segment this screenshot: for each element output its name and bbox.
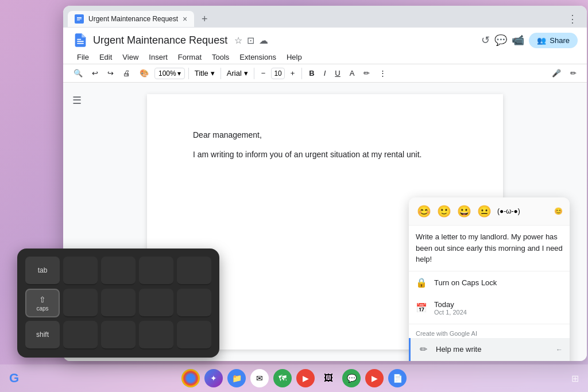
emoji-3[interactable]: 😀 bbox=[456, 203, 473, 219]
taskbar-gemini-icon[interactable]: ✦ bbox=[204, 369, 223, 387]
history-icon[interactable]: ↺ bbox=[481, 34, 490, 46]
key-e[interactable] bbox=[139, 257, 173, 285]
video-icon[interactable]: 📹 bbox=[512, 34, 524, 46]
bold-button[interactable]: B bbox=[305, 67, 318, 80]
caps-lock-icon: 🔒 bbox=[416, 277, 427, 289]
emoji-2[interactable]: 🙂 bbox=[436, 203, 452, 219]
tab-close-button[interactable]: × bbox=[183, 14, 187, 24]
underline-button[interactable]: U bbox=[331, 67, 343, 80]
menu-help[interactable]: Help bbox=[282, 51, 307, 64]
tab-key[interactable]: tab bbox=[25, 257, 60, 285]
taskbar-photos-icon[interactable]: 🖼 bbox=[319, 369, 338, 387]
taskbar: G ✦ 📁 ✉ 🗺 ▶ 🖼 💬 ▶ 📄 ⊞ bbox=[0, 364, 588, 392]
taskbar-youtube-icon[interactable]: ▶ bbox=[365, 369, 384, 387]
help-me-write-item[interactable]: ✏ Help me write ← bbox=[409, 338, 570, 361]
menu-format[interactable]: Format bbox=[173, 51, 206, 64]
increase-font-button[interactable]: + bbox=[287, 67, 299, 80]
italic-button[interactable]: I bbox=[320, 67, 330, 80]
browser-menu-button[interactable]: ⋮ bbox=[563, 10, 582, 28]
search-button[interactable]: 🔍 bbox=[70, 67, 86, 80]
print-button[interactable]: 🖨 bbox=[119, 67, 134, 80]
key-q[interactable] bbox=[63, 257, 98, 285]
redo-button[interactable]: ↪ bbox=[104, 67, 117, 80]
menu-edit[interactable]: Edit bbox=[95, 51, 117, 64]
caps-lock-key-icon: ⇧ bbox=[39, 295, 46, 304]
svg-rect-2 bbox=[77, 19, 82, 20]
font-value: Arial bbox=[227, 69, 242, 77]
menu-insert[interactable]: Insert bbox=[144, 51, 172, 64]
outline-icon[interactable]: ☰ bbox=[72, 94, 82, 107]
menu-file[interactable]: File bbox=[72, 51, 94, 64]
paint-format-button[interactable]: 🎨 bbox=[136, 67, 152, 80]
key-c[interactable] bbox=[139, 321, 173, 350]
ai-text-input[interactable]: Write a letter to my landlord. My power … bbox=[409, 226, 570, 271]
google-logo[interactable]: G bbox=[9, 371, 19, 386]
tab-bar-container: Urgent Maintenance Request × + ⋮ bbox=[63, 6, 587, 28]
key-x[interactable] bbox=[101, 321, 136, 350]
doc-paragraph-1[interactable]: Dear management, bbox=[193, 129, 457, 141]
dropdown-divider-1 bbox=[409, 324, 570, 324]
zoom-control[interactable]: 100% ▾ bbox=[154, 68, 185, 79]
shift-key[interactable]: shift bbox=[25, 321, 60, 350]
today-date: Oct 1, 2024 bbox=[434, 309, 563, 316]
voice-type-button[interactable]: 🎤 bbox=[548, 67, 564, 80]
format-toolbar: 🔍 ↩ ↪ 🖨 🎨 100% ▾ Title ▾ Arial ▾ − 10 bbox=[63, 64, 587, 83]
menu-view[interactable]: View bbox=[118, 51, 143, 64]
highlight-button[interactable]: ✏ bbox=[360, 67, 373, 80]
key-w[interactable] bbox=[101, 257, 136, 285]
key-v[interactable] bbox=[177, 321, 211, 350]
tab-favicon bbox=[75, 14, 84, 24]
key-r[interactable] bbox=[177, 257, 211, 285]
font-size-control[interactable]: 10 bbox=[271, 68, 284, 79]
today-label: Today bbox=[434, 300, 563, 309]
menu-tools[interactable]: Tools bbox=[207, 51, 234, 64]
caps-lock-key[interactable]: ⇧ caps bbox=[25, 289, 60, 317]
taskbar-gmail-icon[interactable]: ✉ bbox=[250, 369, 269, 387]
taskbar-play-icon[interactable]: ▶ bbox=[296, 369, 315, 387]
new-tab-button[interactable]: + bbox=[196, 11, 212, 27]
taskbar-settings-icon[interactable]: ⊞ bbox=[571, 373, 579, 384]
key-s[interactable] bbox=[101, 289, 136, 317]
ai-shortcut: ← bbox=[556, 346, 563, 354]
ai-write-icon: ✏ bbox=[417, 344, 429, 355]
taskbar-chrome-icon[interactable] bbox=[181, 369, 200, 387]
emoji-more-button[interactable]: 😊 bbox=[554, 207, 563, 215]
taskbar-messages-icon[interactable]: 💬 bbox=[342, 369, 361, 387]
star-icon[interactable]: ☆ bbox=[234, 35, 242, 46]
more-toolbar-button[interactable]: ⋮ bbox=[376, 67, 390, 80]
undo-button[interactable]: ↩ bbox=[88, 67, 102, 80]
font-chevron: ▾ bbox=[244, 69, 248, 77]
key-d[interactable] bbox=[139, 289, 173, 317]
comment-icon[interactable]: 💬 bbox=[494, 34, 507, 46]
key-a[interactable] bbox=[63, 289, 98, 317]
share-button[interactable]: 👥 Share bbox=[529, 33, 578, 48]
cloud-icon[interactable]: ☁ bbox=[259, 35, 268, 46]
today-item[interactable]: 📅 Today Oct 1, 2024 bbox=[409, 294, 570, 321]
emoji-4[interactable]: 😐 bbox=[476, 203, 493, 219]
svg-rect-4 bbox=[77, 41, 84, 42]
pen-mode-button[interactable]: ✏ bbox=[567, 67, 580, 80]
taskbar-maps-icon[interactable]: 🗺 bbox=[273, 369, 292, 387]
key-z[interactable] bbox=[63, 321, 98, 350]
active-tab[interactable]: Urgent Maintenance Request × bbox=[68, 11, 194, 27]
emoji-kaomoji[interactable]: (●-ω-●) bbox=[496, 206, 521, 216]
emoji-1[interactable]: 😊 bbox=[416, 203, 432, 219]
taskbar-docs-icon[interactable]: 📄 bbox=[388, 369, 407, 387]
key-f[interactable] bbox=[177, 289, 211, 317]
taskbar-files-icon[interactable]: 📁 bbox=[227, 369, 246, 387]
menu-extensions[interactable]: Extensions bbox=[235, 51, 281, 64]
menu-bar: File Edit View Insert Format Tools Exten… bbox=[63, 51, 587, 64]
decrease-font-button[interactable]: − bbox=[258, 67, 269, 80]
style-selector[interactable]: Title ▾ bbox=[192, 68, 217, 79]
zoom-value: 100% bbox=[158, 69, 176, 77]
doc-paragraph-2[interactable]: I am writing to inform you of an urgent … bbox=[193, 148, 457, 161]
style-chevron: ▾ bbox=[211, 69, 215, 77]
text-color-button[interactable]: A bbox=[346, 67, 358, 80]
emoji-row: 😊 🙂 😀 😐 (●-ω-●) 😊 bbox=[409, 197, 570, 226]
font-selector[interactable]: Arial ▾ bbox=[225, 68, 250, 79]
caps-lock-item[interactable]: 🔒 Turn on Caps Lock bbox=[409, 271, 570, 294]
folder-icon[interactable]: ⊡ bbox=[247, 35, 254, 46]
document-title[interactable]: Urgent Maintenance Request bbox=[93, 34, 227, 46]
zoom-chevron: ▾ bbox=[177, 69, 181, 77]
tab-title: Urgent Maintenance Request bbox=[88, 15, 178, 23]
